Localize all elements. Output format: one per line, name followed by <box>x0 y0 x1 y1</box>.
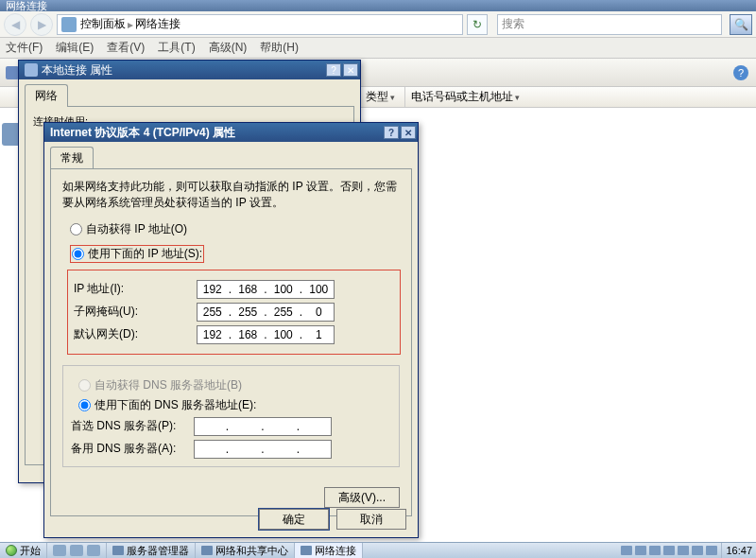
mask-label: 子网掩码(U): <box>74 304 197 320</box>
radio-use-dns-input[interactable] <box>78 399 91 411</box>
radio-use-ip[interactable]: 使用下面的 IP 地址(S): <box>70 245 204 263</box>
menubar: 文件(F) 编辑(E) 查看(V) 工具(T) 高级(N) 帮助(H) <box>0 38 756 59</box>
tray-icon[interactable] <box>621 546 632 555</box>
ipv4-help-button[interactable]: ? <box>384 126 399 139</box>
advanced-button[interactable]: 高级(V)... <box>324 487 400 508</box>
tray-icon[interactable] <box>649 546 661 555</box>
explorer-titlebar: 网络连接 <box>0 0 756 11</box>
alt-dns-input[interactable]: ... <box>194 440 332 459</box>
ipv4-properties-dialog: Internet 协议版本 4 (TCP/IPv4) 属性 ? ✕ 常规 如果网… <box>43 122 419 538</box>
menu-help[interactable]: 帮助(H) <box>260 40 299 56</box>
pref-dns-input[interactable]: ... <box>194 417 332 436</box>
lac-icon <box>25 63 38 77</box>
gateway-label: 默认网关(D): <box>74 326 197 342</box>
menu-file[interactable]: 文件(F) <box>6 40 43 56</box>
taskbar: 开始 服务器管理器 网络和共享中心 网络连接 16:47 <box>0 542 756 558</box>
lac-help-button[interactable]: ? <box>326 63 341 77</box>
radio-auto-dns: 自动获得 DNS 服务器地址(B) <box>78 377 391 393</box>
alt-dns-label: 备用 DNS 服务器(A): <box>71 441 194 457</box>
cancel-button[interactable]: 取消 <box>336 509 406 530</box>
ipv4-tab-general[interactable]: 常规 <box>50 147 94 169</box>
ip-address-input[interactable]: 192. 168. 100. 100 <box>197 280 335 299</box>
nav-toolbar: ◀ ▶ 控制面板 ▸ 网络连接 ↻ 搜索 🔍 <box>0 11 756 38</box>
start-label: 开始 <box>20 544 41 558</box>
menu-view[interactable]: 查看(V) <box>107 40 145 56</box>
tray-icon[interactable] <box>706 546 717 555</box>
ipv4-intro-text: 如果网络支持此功能，则可以获取自动指派的 IP 设置。否则，您需要从网络系统管理… <box>62 179 400 212</box>
radio-use-dns-label: 使用下面的 DNS 服务器地址(E): <box>94 397 256 413</box>
task-icon <box>201 546 213 555</box>
radio-auto-ip[interactable]: 自动获得 IP 地址(O) <box>70 221 400 237</box>
radio-auto-dns-input <box>78 379 91 392</box>
task-icon <box>301 546 312 555</box>
lac-close-button[interactable]: ✕ <box>343 63 358 77</box>
system-tray <box>617 543 721 558</box>
ql-icon-3[interactable] <box>87 545 100 556</box>
tray-icon[interactable] <box>678 546 689 555</box>
ipv4-titlebar[interactable]: Internet 协议版本 4 (TCP/IPv4) 属性 ? ✕ <box>44 123 418 142</box>
ip-label: IP 地址(I): <box>74 281 197 297</box>
search-placeholder: 搜索 <box>502 16 524 32</box>
panel-icon <box>61 17 77 32</box>
start-button[interactable]: 开始 <box>0 543 47 558</box>
ipv4-close-button[interactable]: ✕ <box>401 126 416 139</box>
gateway-input[interactable]: 192. 168. 100. 1 <box>197 325 335 344</box>
dns-group: 自动获得 DNS 服务器地址(B) 使用下面的 DNS 服务器地址(E): 首选… <box>62 365 400 467</box>
task-server-manager[interactable]: 服务器管理器 <box>107 543 196 558</box>
taskbar-clock[interactable]: 16:47 <box>721 543 756 558</box>
ipv4-tab-panel: 如果网络支持此功能，则可以获取自动指派的 IP 设置。否则，您需要从网络系统管理… <box>50 168 412 516</box>
back-button[interactable]: ◀ <box>4 13 26 36</box>
tray-icon[interactable] <box>635 546 646 555</box>
lac-titlebar[interactable]: 本地连接 属性 ? ✕ <box>19 61 360 79</box>
forward-button[interactable]: ▶ <box>30 13 53 36</box>
task-network-center[interactable]: 网络和共享中心 <box>196 543 295 558</box>
quick-launch <box>47 543 107 558</box>
lac-title-text: 本地连接 属性 <box>42 62 112 78</box>
radio-auto-ip-label: 自动获得 IP 地址(O) <box>86 221 187 237</box>
radio-auto-ip-input[interactable] <box>70 223 82 235</box>
radio-use-ip-input[interactable] <box>72 248 84 260</box>
menu-tools[interactable]: 工具(T) <box>158 40 195 56</box>
ql-icon-1[interactable] <box>53 545 66 556</box>
search-button[interactable]: 🔍 <box>730 14 752 35</box>
breadcrumb-leaf[interactable]: 网络连接 <box>135 16 180 32</box>
menu-advanced[interactable]: 高级(N) <box>209 40 248 56</box>
breadcrumb-root[interactable]: 控制面板 <box>80 16 126 32</box>
col-phone[interactable]: 电话号码或主机地址▾ <box>404 87 525 107</box>
task-network-connections[interactable]: 网络连接 <box>295 543 363 558</box>
radio-use-ip-label: 使用下面的 IP 地址(S): <box>88 246 202 262</box>
rename-icon <box>6 66 19 79</box>
radio-use-dns[interactable]: 使用下面的 DNS 服务器地址(E): <box>78 397 391 413</box>
help-button[interactable]: ? <box>733 65 748 80</box>
ip-fields-group: IP 地址(I): 192. 168. 100. 100 子网掩码(U): 25… <box>68 270 400 354</box>
lac-tab-network[interactable]: 网络 <box>25 84 68 107</box>
tray-icon[interactable] <box>663 546 675 555</box>
refresh-button[interactable]: ↻ <box>467 14 488 35</box>
ql-icon-2[interactable] <box>70 545 83 556</box>
col-type[interactable]: 类型▾ <box>359 87 401 107</box>
ipv4-title-text: Internet 协议版本 4 (TCP/IPv4) 属性 <box>50 125 235 141</box>
window-title: 网络连接 <box>6 0 47 13</box>
radio-auto-dns-label: 自动获得 DNS 服务器地址(B) <box>94 377 242 393</box>
breadcrumb[interactable]: 控制面板 ▸ 网络连接 <box>57 14 463 35</box>
subnet-mask-input[interactable]: 255. 255. 255. 0 <box>197 303 335 322</box>
tray-icon[interactable] <box>692 546 703 555</box>
search-input[interactable]: 搜索 <box>497 14 722 35</box>
breadcrumb-sep: ▸ <box>128 18 133 31</box>
ok-button[interactable]: 确定 <box>259 509 329 530</box>
pref-dns-label: 首选 DNS 服务器(P): <box>71 418 194 434</box>
menu-edit[interactable]: 编辑(E) <box>56 40 94 56</box>
task-icon <box>112 546 124 555</box>
start-orb-icon <box>6 545 17 556</box>
